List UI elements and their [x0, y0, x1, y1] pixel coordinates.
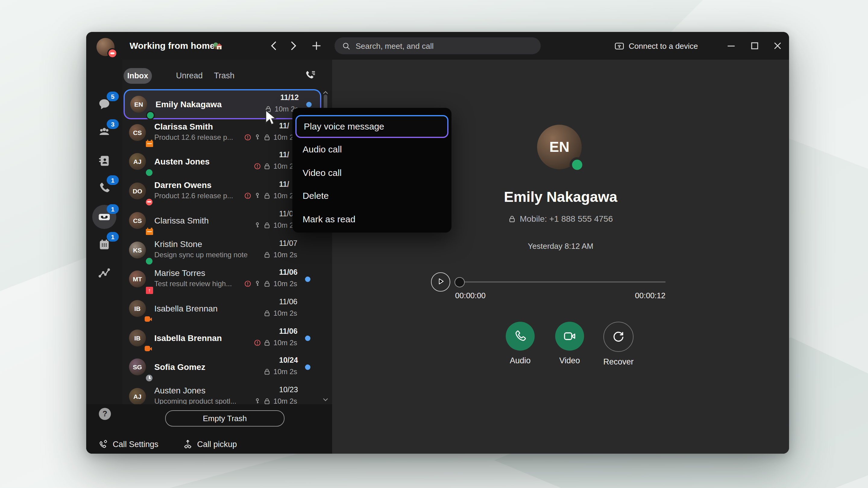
voicemail-row[interactable]: SGSofia Gomez10/2410m 2s	[124, 353, 319, 381]
voicemail-subject: Product 12.6 release p...	[154, 192, 233, 200]
action-label: Video	[545, 356, 594, 365]
presence-available-badge	[145, 168, 154, 177]
avatar: DO	[129, 183, 146, 199]
caller-name: Darren Owens	[154, 180, 212, 190]
caller-name: Isabella Brennan	[154, 324, 222, 352]
voicemail-meta: 10m 2s	[263, 309, 297, 318]
key-icon	[253, 280, 261, 287]
phone-label: Mobile: +1 888 555 4756	[520, 214, 613, 224]
in-call-camera-badge	[145, 316, 153, 322]
voicemail-meta: 10m 2s	[253, 397, 297, 404]
call-pickup-icon	[183, 439, 193, 449]
graph-icon	[98, 266, 111, 280]
call-settings-button[interactable]: Call Settings	[98, 438, 158, 450]
unread-dot	[306, 102, 312, 107]
voicemail-date: 11/0	[279, 210, 293, 218]
voicemail-row[interactable]: CSClarissa SmithProduct 12.6 release p..…	[124, 119, 319, 147]
handset-icon	[514, 330, 527, 343]
nav-sidebar: 53111?	[86, 60, 122, 454]
voicemail-meta: 10m 2s	[244, 192, 297, 200]
voicemail-row[interactable]: IBIsabella Brennan11/0610m 2s	[124, 295, 319, 322]
recover-call-button[interactable]: Recover	[594, 322, 643, 366]
tab-inbox[interactable]: Inbox	[124, 68, 152, 84]
forward-button[interactable]	[287, 40, 299, 52]
presence-dnd-badge	[145, 198, 154, 207]
voicemail-date: 11/12	[280, 93, 299, 102]
avatar: IB	[129, 330, 146, 347]
lock-icon	[263, 398, 270, 404]
status-title[interactable]: Working from home	[130, 32, 215, 60]
voicemail-row[interactable]: MT↑Marise TorresTest result review high.…	[124, 265, 319, 293]
minimize-button[interactable]	[725, 40, 737, 52]
menu-item-delete[interactable]: Delete	[296, 185, 448, 207]
device-icon	[614, 41, 624, 51]
help-button[interactable]: ?	[99, 408, 111, 420]
presence-available-badge	[145, 257, 154, 266]
scroll-down-icon[interactable]	[322, 396, 329, 403]
sidebar-item-meetings[interactable]: 1	[91, 234, 118, 255]
close-button[interactable]	[772, 40, 784, 52]
search-input[interactable]: Search, meet, and call	[335, 37, 541, 54]
caller-name: Clarissa Smith	[154, 122, 213, 131]
menu-item-mark-as-read[interactable]: Mark as read	[296, 208, 448, 231]
lock-icon	[263, 163, 270, 170]
voicemail-meta: 10m 2s	[263, 367, 297, 376]
voicemail-row[interactable]: DODarren OwensProduct 12.6 release p...1…	[124, 177, 319, 205]
presenting-badge: ↑	[145, 286, 154, 295]
voicemail-meta: 10m 2s	[253, 162, 297, 170]
priority-icon	[244, 192, 251, 199]
list-footer: ? Empty Trash Call Settings Call pickup	[86, 404, 332, 454]
voicemail-row[interactable]: CSClarissa Smith11/010m 2s	[124, 207, 319, 234]
priority-icon	[253, 163, 261, 170]
play-button[interactable]	[431, 272, 450, 292]
menu-item-video-call[interactable]: Video call	[296, 162, 448, 185]
voicemail-date: 11/	[279, 151, 289, 159]
voicemail-row[interactable]: KSKristin StoneDesign sync up meeting no…	[124, 236, 319, 264]
unread-dot	[305, 335, 310, 341]
voicemail-date: 11/06	[279, 327, 298, 335]
sidebar-item-contacts[interactable]	[91, 150, 118, 172]
voicemail-subject: Design sync up meeting note	[154, 251, 248, 259]
sidebar-item-teams[interactable]: 3	[91, 121, 118, 143]
call-pickup-button[interactable]: Call pickup	[183, 438, 237, 450]
video-call-button[interactable]: Video	[545, 322, 594, 365]
sidebar-item-calling[interactable]: 1	[91, 177, 118, 199]
sidebar-item-voicemail[interactable]: 1	[91, 206, 118, 228]
back-button[interactable]	[268, 40, 280, 52]
avatar: MT↑	[129, 270, 146, 287]
voicemail-duration: 10m 2s	[273, 251, 297, 259]
playback-slider[interactable]	[459, 281, 665, 283]
voicemail-row[interactable]: AJAusten JonesUpcoming product spotl...1…	[124, 383, 319, 404]
voicemail-subject: Product 12.6 release p...	[154, 133, 233, 141]
voicemail-row[interactable]: AJAusten Jones11/10m 2s	[124, 148, 319, 175]
call-voicemail-icon[interactable]	[304, 69, 316, 82]
sidebar-item-messaging[interactable]: 5	[91, 93, 118, 115]
caller-name: Austen Jones	[154, 148, 210, 175]
tab-trash[interactable]: Trash	[214, 68, 235, 84]
avatar: EN	[130, 96, 147, 113]
caller-name: Isabella Brennan	[154, 295, 218, 322]
menu-item-play-voice-message[interactable]: Play voice message	[296, 115, 448, 138]
avatar: SG	[129, 358, 146, 375]
new-action-button[interactable]	[310, 40, 322, 52]
house-garden-icon	[213, 41, 223, 51]
titlebar: Working from home Search, meet, and call…	[86, 32, 789, 60]
menu-item-audio-call[interactable]: Audio call	[296, 138, 448, 161]
lock-icon	[264, 105, 272, 113]
action-buttons: AudioVideoRecover	[332, 322, 789, 394]
audio-call-button[interactable]: Audio	[495, 322, 545, 365]
voicemail-row[interactable]: IBIsabella Brennan11/0610m 2s	[124, 324, 319, 352]
voicemail-date: 11/06	[279, 298, 298, 306]
out-of-office-badge	[145, 228, 154, 236]
tab-unread[interactable]: Unread	[176, 68, 203, 84]
empty-trash-button[interactable]: Empty Trash	[165, 410, 284, 427]
sidebar-item-insights[interactable]	[91, 262, 118, 284]
voicemail-duration: 10m 2s	[273, 367, 297, 376]
connect-to-device-button[interactable]: Connect to a device	[614, 32, 698, 60]
voicemail-row[interactable]: ENEmily Nakagawa11/1210m 2s	[124, 89, 321, 119]
voicemail-duration: 10m 2s	[273, 397, 297, 404]
voicemail-meta: 10m 2s	[244, 280, 297, 288]
key-icon	[253, 398, 261, 404]
playback-slider-knob[interactable]	[455, 277, 465, 287]
maximize-button[interactable]	[749, 40, 761, 52]
